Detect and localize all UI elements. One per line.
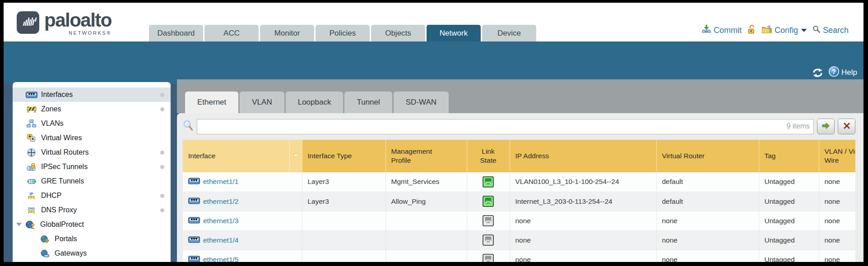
virtual-routers-icon (25, 148, 37, 157)
help-button[interactable]: ? Help (828, 66, 857, 79)
expand-caret-icon[interactable] (16, 223, 22, 226)
apply-arrow-icon (822, 122, 831, 131)
subtab-label: SD-WAN (406, 98, 436, 107)
cell-type: Layer3 (302, 172, 385, 192)
subtab-loopback[interactable]: Loopback (286, 92, 343, 113)
table-row[interactable]: ethernet1/1Layer3Mgmt_ServicesVLAN0100_L… (183, 172, 855, 192)
lock-open-icon[interactable] (747, 25, 756, 36)
sidebar-item-zones[interactable]: Zones (13, 102, 171, 116)
tab-network[interactable]: Network (427, 25, 481, 41)
interface-link[interactable]: ethernet1/4 (203, 236, 238, 244)
sidebar-item-globalprotect[interactable]: GlobalProtect (13, 217, 171, 232)
link-up-icon (483, 196, 494, 207)
cell-interface: ethernet1/2 (183, 192, 302, 211)
commit-button[interactable]: Commit (701, 24, 742, 36)
table-row[interactable]: ethernet1/5nonenoneUntaggednone (183, 250, 855, 262)
subtab-sd-wan[interactable]: SD-WAN (394, 92, 449, 113)
sidebar-item-interfaces[interactable]: Interfaces (13, 87, 171, 102)
interface-link[interactable]: ethernet1/3 (203, 217, 238, 225)
sidebar-item-ipsec-tunnels[interactable]: IPSec Tunnels (13, 160, 171, 174)
vlans-icon (25, 119, 37, 128)
sidebar-item-dhcp[interactable]: IPDHCP (13, 188, 171, 203)
cell-tag: Untagged (759, 192, 819, 211)
subtab-label: Loopback (298, 98, 331, 107)
subtab-label: VLAN (252, 98, 272, 107)
cell-mgmt (385, 211, 467, 230)
sidebar-item-portals[interactable]: Portals (13, 232, 171, 246)
column-header-interface-type[interactable]: Interface Type (302, 140, 385, 172)
tab-monitor[interactable]: Monitor (260, 25, 314, 41)
sidebar-item-dns-proxy[interactable]: DNSDNS Proxy (13, 203, 171, 217)
subtab-vlan[interactable]: VLAN (240, 92, 284, 113)
svg-text:?: ? (832, 68, 836, 75)
config-icon (761, 25, 772, 36)
interface-link[interactable]: ethernet1/2 (203, 197, 238, 206)
tab-objects[interactable]: Objects (371, 25, 425, 41)
cell-mgmt: Mgmt_Services (385, 172, 467, 192)
tab-acc[interactable]: ACC (204, 25, 259, 41)
column-header-vlan-virtual-wire[interactable]: VLAN / Virtual Wire (819, 140, 855, 172)
content-panel: 9 items (177, 113, 863, 262)
table-row[interactable]: ethernet1/4nonenoneUntaggednone (183, 230, 855, 250)
cell-tag: Untagged (759, 250, 819, 262)
clear-filter-button[interactable] (838, 119, 855, 134)
sidebar-item-gre-tunnels[interactable]: GRE Tunnels (13, 174, 171, 188)
filter-input[interactable] (197, 119, 814, 134)
gateways-icon (39, 250, 51, 257)
config-menu[interactable]: Config (761, 25, 807, 36)
sidebar: InterfacesZonesVLANsVirtual WiresVirtual… (13, 82, 171, 262)
status-dot (160, 93, 164, 97)
secondary-nav-bar: ? Help (4, 41, 863, 84)
subtab-tunnel[interactable]: Tunnel (344, 92, 392, 113)
apply-filter-button[interactable] (817, 119, 835, 134)
column-header-virtual-router[interactable]: Virtual Router (656, 140, 759, 172)
cell-link-state (467, 211, 510, 230)
cell-vlan: none (819, 192, 855, 211)
column-header-ip-address[interactable]: IP Address (510, 140, 656, 172)
cell-mgmt: Allow_Ping (385, 192, 467, 211)
svg-text:DNS: DNS (28, 207, 35, 210)
sidebar-item-partial[interactable] (13, 261, 171, 262)
column-header-tag[interactable]: Tag (759, 140, 819, 172)
chevron-down-icon (801, 29, 807, 32)
column-header-link-state[interactable]: Link State (467, 140, 510, 172)
cell-tag: Untagged (759, 172, 819, 192)
column-header-interface[interactable]: Interface (183, 140, 289, 172)
interface-link[interactable]: ethernet1/5 (203, 256, 238, 262)
app-window: paloalto NETWORKS® DashboardACCMonitorPo… (4, 3, 863, 262)
sidebar-item-gateways[interactable]: Gateways (13, 246, 171, 261)
sidebar-item-label: Virtual Wires (41, 134, 82, 142)
sidebar-item-virtual-wires[interactable]: Virtual Wires (13, 131, 171, 145)
panel-splitter[interactable] (171, 79, 177, 262)
cell-vr: none (656, 230, 759, 250)
subtab-ethernet[interactable]: Ethernet (185, 92, 238, 113)
column-header-management-profile[interactable]: Management Profile (385, 140, 467, 172)
cell-tag: Untagged (759, 211, 819, 230)
cell-vlan: none (819, 172, 855, 192)
items-count: 9 items (786, 122, 810, 130)
tab-policies[interactable]: Policies (316, 25, 370, 41)
table-row[interactable]: ethernet1/2Layer3Allow_PingInternet_L3_2… (183, 192, 855, 211)
search-button[interactable]: Search (812, 25, 849, 36)
sidebar-item-virtual-routers[interactable]: Virtual Routers (13, 145, 171, 160)
brand: paloalto NETWORKS® (16, 11, 111, 36)
refresh-icon[interactable] (812, 68, 824, 79)
cell-ip: VLAN0100_L3_10-1-100-254--24 (510, 172, 656, 192)
tab-device[interactable]: Device (482, 25, 536, 41)
sidebar-item-label: Portals (55, 235, 77, 243)
table-row[interactable]: ethernet1/3nonenoneUntaggednone (183, 211, 855, 230)
table-body: ethernet1/1Layer3Mgmt_ServicesVLAN0100_L… (183, 172, 855, 262)
cell-type: Layer3 (302, 192, 385, 211)
sidebar-item-vlans[interactable]: VLANs (13, 116, 171, 131)
tab-dashboard[interactable]: Dashboard (149, 25, 203, 41)
subtab-label: Ethernet (197, 98, 226, 107)
sort-dropdown[interactable] (289, 140, 302, 172)
status-dot (160, 194, 164, 198)
cell-ip: none (510, 230, 656, 250)
interface-link[interactable]: ethernet1/1 (203, 178, 238, 186)
cell-link-state (467, 230, 510, 250)
cell-tag: Untagged (759, 230, 819, 250)
cell-type (302, 211, 385, 230)
tab-label: Dashboard (157, 29, 195, 38)
paloalto-logo-icon (16, 11, 40, 34)
